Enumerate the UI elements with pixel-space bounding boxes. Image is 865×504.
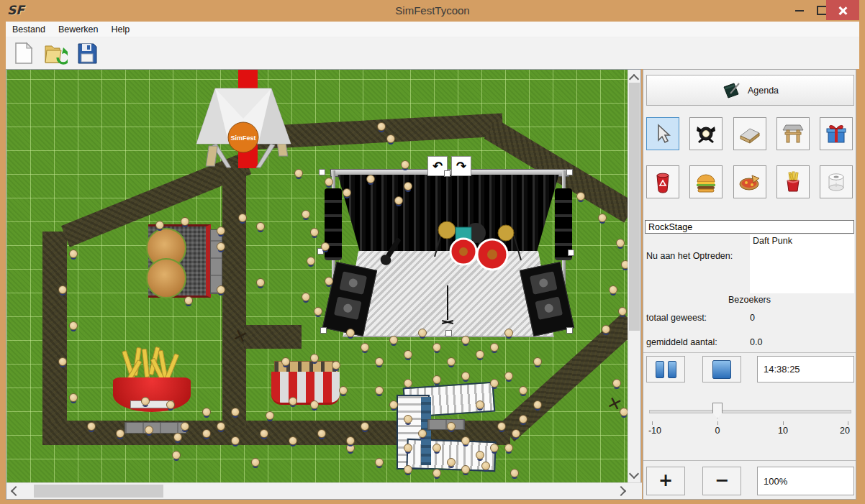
- visitor: [361, 343, 369, 352]
- visitor: [231, 436, 240, 445]
- visitor: [497, 422, 506, 431]
- save-file-button[interactable]: [75, 41, 99, 65]
- tool-select-button[interactable]: [646, 117, 679, 150]
- scroll-right-icon[interactable]: [616, 486, 626, 496]
- title-bar: SF SimFestTycoon: [0, 0, 865, 22]
- window-title: SimFestTycoon: [0, 4, 865, 17]
- visitor: [58, 357, 67, 366]
- cursor-icon: [653, 123, 673, 145]
- rotate-right-button[interactable]: ↷: [451, 156, 471, 176]
- visitor: [504, 372, 513, 380]
- visitor: [401, 160, 409, 169]
- entrance-gate-icon: [782, 122, 805, 145]
- visitor: [394, 196, 403, 205]
- fries-stand[interactable]: [113, 349, 191, 413]
- close-button[interactable]: [826, 0, 859, 20]
- menu-bestand[interactable]: Bestand: [6, 24, 52, 35]
- bench[interactable]: [124, 422, 186, 434]
- visitor: [310, 354, 319, 362]
- visitor: [366, 175, 375, 183]
- visitor: [375, 458, 384, 467]
- selection-handle[interactable]: [566, 327, 573, 334]
- toilet-paper-icon: [825, 170, 848, 193]
- visitors-total-value: 0: [750, 313, 755, 323]
- pizza-stand[interactable]: [271, 361, 340, 403]
- selection-handle[interactable]: [444, 170, 450, 177]
- visitor: [490, 444, 499, 452]
- visitor: [386, 134, 395, 143]
- visitor: [404, 350, 412, 359]
- visitor: [404, 182, 412, 191]
- tool-gate-button[interactable]: [776, 117, 810, 150]
- bench[interactable]: [427, 419, 465, 430]
- visitor: [377, 122, 386, 131]
- selection-handle[interactable]: [319, 169, 325, 175]
- speed-slider-thumb[interactable]: [712, 403, 723, 418]
- visitor: [609, 285, 617, 294]
- main-stage[interactable]: ↶ ↷: [323, 163, 571, 339]
- minimize-button[interactable]: [789, 0, 810, 20]
- visitor: [346, 329, 355, 337]
- festival-canvas[interactable]: SimFest ✕ ✕: [6, 69, 641, 500]
- visitor: [461, 465, 470, 474]
- visitor: [310, 228, 319, 237]
- visitor: [533, 357, 542, 366]
- tool-toilet-button[interactable]: [820, 165, 853, 198]
- tool-burger-button[interactable]: [689, 165, 723, 198]
- speed-slider-zone: -10 0 10 20: [649, 397, 850, 440]
- visitor: [519, 415, 527, 423]
- scroll-left-icon[interactable]: [11, 486, 21, 496]
- selection-handle[interactable]: [320, 327, 327, 334]
- scroll-down-icon[interactable]: [629, 469, 639, 479]
- path-tile-icon: [738, 124, 761, 144]
- visitor: [519, 386, 527, 395]
- stage-name-input[interactable]: [645, 220, 854, 234]
- visitors-average-value: 0.0: [750, 337, 762, 347]
- tool-spotlight-button[interactable]: [689, 117, 723, 150]
- tick-label: -10: [648, 426, 661, 436]
- agenda-book-icon: [722, 82, 741, 99]
- speed-slider-track[interactable]: [649, 410, 851, 413]
- tool-path-button[interactable]: [733, 117, 766, 150]
- open-file-button[interactable]: [43, 41, 68, 65]
- separator: [643, 460, 856, 461]
- tick-mark: [652, 421, 653, 425]
- visitor: [389, 400, 398, 409]
- horizontal-scroll-thumb[interactable]: [34, 485, 163, 498]
- save-floppy-icon: [76, 42, 98, 65]
- entrance-tent[interactable]: SimFest: [195, 75, 292, 169]
- minimize-icon: [795, 10, 804, 12]
- pause-button[interactable]: [646, 356, 685, 382]
- visitor: [251, 458, 260, 467]
- visitor: [181, 217, 189, 226]
- visitor: [510, 469, 519, 477]
- zoom-out-button[interactable]: −: [702, 467, 741, 495]
- selection-handle[interactable]: [445, 330, 452, 336]
- tool-trashcan-button[interactable]: [646, 165, 679, 198]
- zoom-in-button[interactable]: +: [646, 467, 685, 495]
- tool-gift-button[interactable]: [820, 117, 853, 150]
- agenda-button[interactable]: Agenda: [646, 75, 854, 106]
- canvas-horizontal-scrollbar[interactable]: [6, 482, 642, 499]
- now-performing-value: Daft Punk: [750, 234, 854, 293]
- visitor: [256, 278, 265, 287]
- selection-handle[interactable]: [568, 249, 574, 256]
- tool-fries-button[interactable]: [776, 165, 810, 198]
- canvas-vertical-scrollbar[interactable]: [628, 70, 640, 483]
- selection-handle[interactable]: [566, 169, 573, 175]
- bench[interactable]: [210, 229, 222, 294]
- visitor: [217, 226, 225, 235]
- visitor: [294, 169, 303, 178]
- vertical-scroll-thumb[interactable]: [629, 83, 640, 331]
- fries-icon: [782, 170, 804, 193]
- visitor: [602, 325, 610, 334]
- menu-help[interactable]: Help: [104, 24, 136, 35]
- menu-bewerken[interactable]: Bewerken: [52, 24, 105, 35]
- new-file-button[interactable]: [12, 41, 36, 65]
- visitor: [202, 408, 211, 416]
- festival-map[interactable]: SimFest ✕ ✕: [6, 70, 628, 483]
- stage-light-icon: [694, 122, 717, 145]
- stop-button[interactable]: [702, 356, 741, 382]
- tool-pizza-button[interactable]: [733, 165, 766, 198]
- visitor: [217, 422, 225, 431]
